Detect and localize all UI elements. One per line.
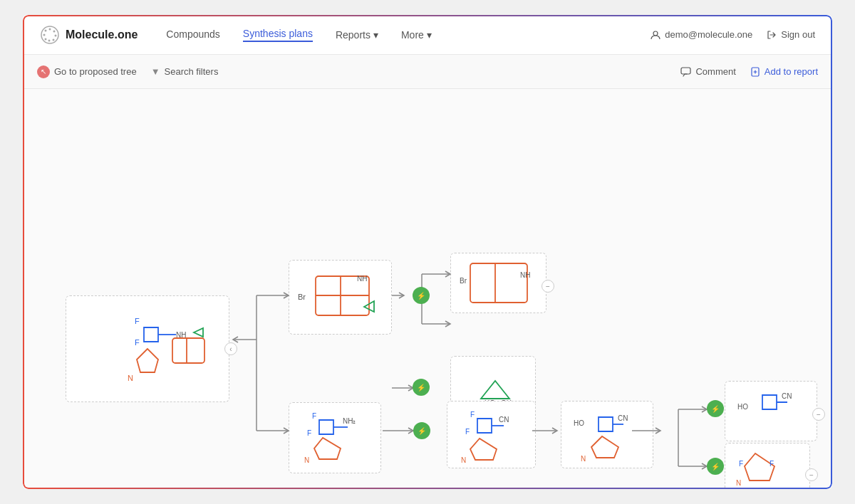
svg-point-2 <box>53 30 56 32</box>
svg-text:F: F <box>770 460 774 468</box>
reaction-node-1[interactable]: ⚡ <box>413 287 430 304</box>
sign-out-button[interactable]: Sign out <box>767 29 815 40</box>
toolbar-right: Comment Add to report <box>680 66 818 77</box>
svg-text:CN: CN <box>782 392 792 400</box>
intermediate-top[interactable]: Br NH <box>289 260 392 335</box>
svg-text:F: F <box>135 317 140 325</box>
nav-right: demo@molecule.one Sign out <box>651 29 815 40</box>
reagent-cn-compound[interactable]: F CN F N <box>447 401 536 468</box>
svg-text:N: N <box>581 455 586 463</box>
svg-marker-72 <box>762 395 777 409</box>
right-compound-structure: HO CN N <box>566 404 648 465</box>
toolbar: ↖ Go to proposed tree ▼ Search filters C… <box>23 55 832 89</box>
svg-marker-27 <box>144 327 158 342</box>
svg-text:F: F <box>312 412 316 420</box>
cyclobutyl-cn-structure: HO CN <box>730 384 812 438</box>
svg-text:F: F <box>470 411 475 419</box>
svg-marker-66 <box>598 417 613 431</box>
search-filters-button[interactable]: ▼ Search filters <box>151 66 219 77</box>
navbar: Molecule.one Compounds Synthesis plans R… <box>23 15 832 55</box>
intermediate-bottom[interactable]: F NH₂ F N <box>289 402 381 473</box>
intermediate-bottom-structure: F NH₂ F N <box>294 406 376 470</box>
expand-cyclobutyl-button[interactable]: − <box>812 408 825 421</box>
product-structure: F F NH N <box>76 303 219 395</box>
svg-point-9 <box>653 31 658 36</box>
reaction-node-2[interactable]: ⚡ <box>413 379 430 396</box>
svg-marker-56 <box>314 438 341 459</box>
svg-text:F: F <box>465 428 470 436</box>
reaction-node-3[interactable]: ⚡ <box>413 422 430 439</box>
nav-links: Compounds Synthesis plans Reports ▾ More… <box>166 28 651 42</box>
intermediate-right[interactable]: HO CN N <box>561 401 653 468</box>
svg-marker-63 <box>470 439 497 460</box>
svg-text:F: F <box>307 429 311 437</box>
toolbar-left: ↖ Go to proposed tree ▼ Search filters <box>37 65 218 78</box>
svg-point-4 <box>53 38 55 41</box>
svg-text:CN: CN <box>618 414 628 422</box>
cn-compound-structure: F CN F N <box>452 404 531 465</box>
expand-product-button[interactable]: ‹ <box>224 342 237 355</box>
filter-icon: ▼ <box>151 66 160 77</box>
reagent-bromine[interactable]: Br NH <box>450 253 546 313</box>
svg-text:F: F <box>135 338 140 347</box>
comment-icon <box>680 67 691 77</box>
fluoropyridine-structure: F F N <box>730 446 805 490</box>
svg-marker-36 <box>194 328 203 337</box>
svg-text:HO: HO <box>574 419 584 427</box>
go-to-tree-button[interactable]: ↖ Go to proposed tree <box>37 65 137 78</box>
svg-text:F: F <box>739 460 743 468</box>
add-to-report-button[interactable]: Add to report <box>750 66 818 77</box>
user-email: demo@molecule.one <box>665 29 752 40</box>
reagent-fluoropyridine[interactable]: F F N <box>725 443 810 490</box>
svg-text:Br: Br <box>460 277 467 285</box>
svg-text:N: N <box>736 479 741 487</box>
svg-text:NH: NH <box>357 275 367 283</box>
svg-marker-59 <box>477 419 492 433</box>
chevron-down-icon: ▾ <box>373 29 378 41</box>
logo-area[interactable]: Molecule.one <box>40 25 138 45</box>
svg-text:NH₂: NH₂ <box>343 417 356 425</box>
nav-compounds[interactable]: Compounds <box>166 28 220 41</box>
reaction-node-5[interactable]: ⚡ <box>707 458 724 475</box>
sign-out-icon <box>767 30 777 40</box>
svg-text:N: N <box>128 374 133 382</box>
reaction-node-4[interactable]: ⚡ <box>707 400 724 417</box>
svg-point-1 <box>49 28 51 30</box>
app-frame: Molecule.one Compounds Synthesis plans R… <box>21 14 834 490</box>
add-to-report-icon <box>750 67 760 77</box>
svg-text:CN: CN <box>499 416 509 424</box>
nav-more[interactable]: More ▾ <box>401 29 432 41</box>
nav-synthesis-plans[interactable]: Synthesis plans <box>243 28 313 42</box>
svg-marker-69 <box>591 436 618 458</box>
expand-bromine-button[interactable]: − <box>542 280 554 293</box>
user-info: demo@molecule.one <box>651 29 752 40</box>
go-to-tree-icon: ↖ <box>37 65 50 78</box>
reagent-cyclobutyl-cn[interactable]: HO CN <box>725 381 817 441</box>
intermediate-top-structure: Br NH <box>294 266 387 330</box>
svg-marker-52 <box>319 420 333 434</box>
svg-point-8 <box>45 29 47 31</box>
expand-fluoropyridine-button[interactable]: − <box>805 468 818 481</box>
synthesis-canvas[interactable]: F F NH N ‹ <box>23 89 832 490</box>
logo-icon <box>40 25 60 45</box>
nav-reports[interactable]: Reports ▾ <box>336 29 378 41</box>
svg-point-7 <box>43 33 46 36</box>
svg-text:HO: HO <box>737 403 748 411</box>
reagent-bromine-structure: Br NH <box>456 256 542 310</box>
svg-marker-32 <box>137 349 158 372</box>
svg-marker-47 <box>481 381 509 399</box>
svg-text:N: N <box>304 456 309 464</box>
svg-text:Br: Br <box>298 293 306 301</box>
user-icon <box>651 30 660 40</box>
chevron-down-icon: ▾ <box>427 29 432 41</box>
svg-rect-34 <box>172 338 204 363</box>
svg-point-6 <box>45 38 47 40</box>
svg-rect-43 <box>470 263 527 303</box>
svg-point-5 <box>48 39 51 41</box>
svg-text:NH: NH <box>520 271 530 279</box>
product-molecule[interactable]: F F NH N <box>66 295 229 402</box>
svg-rect-10 <box>681 68 690 74</box>
sign-out-label: Sign out <box>781 29 815 40</box>
logo-text: Molecule.one <box>66 28 138 41</box>
comment-button[interactable]: Comment <box>680 66 735 77</box>
